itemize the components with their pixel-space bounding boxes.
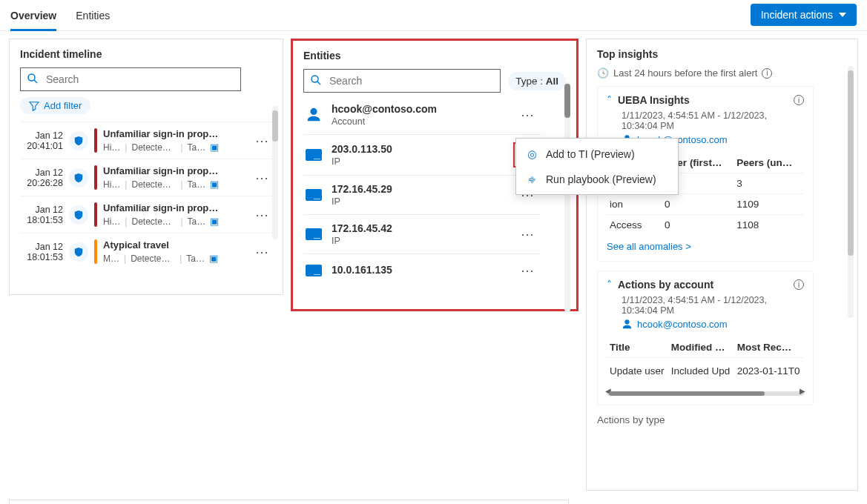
svg-point-0 — [28, 74, 35, 81]
actions-section: ˄ Actions by account i 1/11/2023, 4:54:5… — [597, 271, 814, 405]
info-icon[interactable]: i — [794, 95, 804, 105]
table-row[interactable]: ion01109 — [607, 194, 804, 215]
actions-title: Actions by account — [618, 279, 788, 291]
entity-row[interactable]: 172.16.45.42 IP ⋯ — [303, 215, 541, 254]
actions-by-type-label: Actions by type — [597, 414, 847, 425]
entities-search[interactable] — [303, 69, 501, 93]
entity-context-menu: ◎ Add to TI (Preview) ⎆ Run playbook (Pr… — [515, 138, 679, 195]
incident-actions-button[interactable]: Incident actions — [751, 4, 857, 26]
chevron-up-icon[interactable]: ˄ — [607, 279, 612, 291]
entities-title: Entities — [303, 50, 566, 62]
entity-more-button[interactable]: ⋯ — [516, 107, 539, 123]
monitor-icon: ▣ — [210, 216, 219, 227]
incident-timeline-title: Incident timeline — [20, 48, 272, 60]
type-filter-pill[interactable]: Type : All — [508, 72, 566, 90]
similar-incidents-card: Similar incidents (Preview) i Severity I… — [9, 500, 569, 504]
incident-timeline-card: Incident timeline Add filter Jan 1220:41… — [9, 39, 283, 295]
entity-more-button[interactable]: ⋯ — [516, 226, 539, 242]
add-filter-label: Add filter — [44, 100, 82, 111]
horizontal-scrollbar[interactable] — [607, 391, 804, 396]
chevron-up-icon[interactable]: ˄ — [607, 94, 612, 106]
timeline-row[interactable]: Jan 1220:41:01 Unfamiliar sign-in prop… … — [20, 122, 272, 159]
user-icon — [305, 106, 323, 124]
row-more-button[interactable]: ⋯ — [252, 207, 272, 223]
timeline-row[interactable]: Jan 1218:01:53 Unfamiliar sign-in prop… … — [20, 196, 272, 233]
monitor-icon: ▣ — [210, 179, 219, 190]
svg-line-1 — [34, 80, 37, 83]
info-icon[interactable]: i — [762, 68, 772, 79]
severity-bar — [94, 202, 97, 227]
timeline-search-input[interactable] — [44, 73, 234, 86]
ueba-title: UEBA Insights — [618, 94, 788, 106]
shield-icon — [69, 205, 88, 225]
tab-entities[interactable]: Entities — [76, 4, 110, 30]
search-icon — [310, 74, 322, 88]
user-icon — [622, 319, 633, 330]
timeline-row[interactable]: Jan 1220:26:28 Unfamiliar sign-in prop… … — [20, 159, 272, 196]
menu-run-playbook[interactable]: ⎆ Run playbook (Preview) — [516, 167, 678, 191]
severity-bar — [94, 165, 97, 190]
table-row[interactable]: Access01108 — [607, 215, 804, 236]
entities-search-input[interactable] — [328, 74, 494, 87]
ip-icon — [305, 186, 323, 204]
timeline-search[interactable] — [20, 67, 241, 91]
row-more-button[interactable]: ⋯ — [252, 133, 272, 149]
svg-line-3 — [317, 82, 320, 84]
monitor-icon: ▣ — [210, 142, 219, 153]
ueba-range: 1/11/2023, 4:54:51 AM - 1/12/2023, 10:34… — [622, 110, 804, 131]
ip-icon — [305, 225, 323, 243]
target-icon: ◎ — [525, 147, 538, 161]
severity-bar — [94, 239, 97, 264]
severity-bar — [94, 128, 97, 153]
clock-icon: 🕓 — [597, 67, 609, 79]
top-insights-title: Top insights — [597, 48, 847, 60]
info-icon[interactable]: i — [794, 279, 804, 290]
actions-table: Title Modified … Most Rec… Update user I… — [607, 337, 804, 384]
timeline-scrollbar[interactable] — [272, 106, 278, 239]
filter-icon — [29, 101, 39, 111]
add-filter-button[interactable]: Add filter — [20, 97, 90, 114]
monitor-icon: ▣ — [209, 253, 218, 264]
see-all-anomalies-link[interactable]: See all anomalies > — [607, 241, 691, 252]
actions-range: 1/11/2023, 4:54:51 AM - 1/12/2023, 10:34… — [622, 295, 804, 316]
entities-scrollbar[interactable] — [564, 82, 570, 312]
ip-icon — [305, 262, 323, 279]
svg-point-2 — [311, 76, 318, 82]
insights-range-hint: 🕓 Last 24 hours before the first alert i — [597, 67, 847, 79]
top-insights-card: Top insights 🕓 Last 24 hours before the … — [586, 39, 858, 491]
ip-icon — [305, 146, 323, 164]
shield-icon — [69, 242, 88, 262]
row-more-button[interactable]: ⋯ — [252, 170, 272, 186]
tab-overview[interactable]: Overview — [10, 4, 56, 31]
playbook-icon: ⎆ — [525, 173, 538, 185]
actions-user[interactable]: hcook@contoso.com — [622, 319, 804, 330]
entity-row[interactable]: 10.0.161.135 ⋯ — [303, 254, 541, 287]
row-more-button[interactable]: ⋯ — [252, 244, 272, 260]
entity-row[interactable]: 172.16.45.29 IP ⋯ — [303, 176, 541, 215]
entities-card: Entities Type : All — [291, 39, 578, 311]
insights-scrollbar[interactable] — [848, 66, 854, 318]
search-icon — [27, 73, 39, 87]
shield-icon — [69, 168, 88, 188]
menu-add-to-ti[interactable]: ◎ Add to TI (Preview) — [516, 142, 678, 167]
timeline-row[interactable]: Jan 1218:01:53 Atypical travel M…|Detect… — [20, 233, 272, 270]
chevron-down-icon — [839, 13, 846, 17]
table-row[interactable]: Update user Included Upd 2023-01-11T0 — [607, 358, 804, 385]
incident-actions-label: Incident actions — [761, 9, 833, 21]
shield-icon — [69, 131, 88, 150]
entity-more-button[interactable]: ⋯ — [516, 262, 539, 279]
entity-row[interactable]: 203.0.113.50 IP ⋯ ◎ Add to TI (Preview) … — [303, 135, 541, 176]
entity-row[interactable]: hcook@contoso.com Account ⋯ — [303, 96, 541, 135]
